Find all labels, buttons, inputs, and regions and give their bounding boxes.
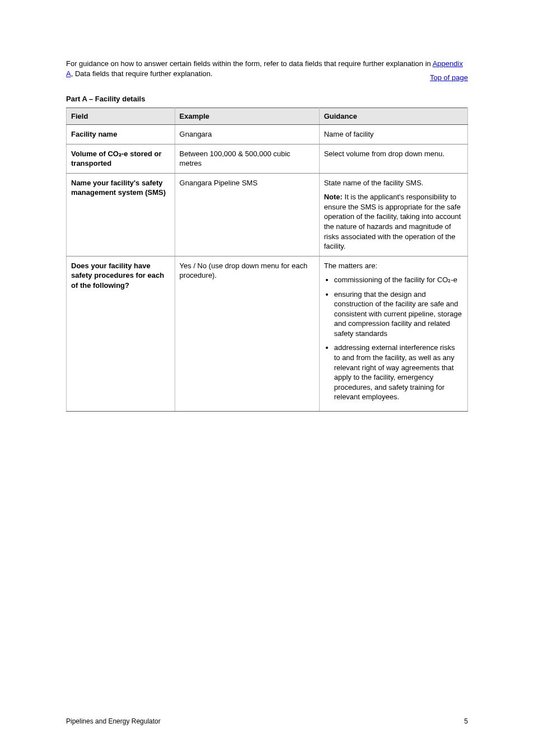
cell-guidance: Name of facility (319, 125, 467, 144)
page-footer: Pipelines and Energy Regulator 5 (66, 717, 468, 726)
table-row: Volume of CO₂-e stored or transported Be… (67, 144, 468, 173)
col-header-guidance: Guidance (319, 108, 467, 125)
list-item: addressing external interference risks t… (334, 343, 463, 402)
intro-text-after: , Data fields that require further expla… (71, 69, 213, 78)
facility-details-table: Field Example Guidance Facility name Gna… (66, 108, 468, 412)
table-row: Name your facility's safety management s… (67, 173, 468, 256)
note-label: Note: (324, 193, 343, 201)
note-text: It is the applicant's responsibility to … (324, 193, 461, 250)
cell-field: Does your facility have safety procedure… (67, 256, 175, 411)
list-item: ensuring that the design and constructio… (334, 290, 463, 339)
guidance-intro: The matters are: (324, 262, 377, 270)
footer-left: Pipelines and Energy Regulator (66, 717, 161, 726)
cell-field: Facility name (67, 125, 175, 144)
cell-example: Yes / No (use drop down menu for each pr… (175, 256, 319, 411)
table-row: Does your facility have safety procedure… (67, 256, 468, 411)
guidance-list: commissioning of the facility for CO₂-e … (324, 275, 463, 402)
footer-right: 5 (464, 717, 468, 726)
cell-example: Between 100,000 & 500,000 cubic metres (175, 144, 319, 173)
top-of-page-link[interactable]: Top of page (430, 73, 468, 83)
col-header-example: Example (175, 108, 319, 125)
cell-field: Volume of CO₂-e stored or transported (67, 144, 175, 173)
guidance-text: State name of the facility SMS. (324, 179, 424, 187)
cell-guidance: Select volume from drop down menu. (319, 144, 467, 173)
guidance-note: Note: It is the applicant's responsibili… (324, 192, 463, 251)
cell-example: Gnangara (175, 125, 319, 144)
intro-text-before: For guidance on how to answer certain fi… (66, 59, 433, 68)
cell-guidance: State name of the facility SMS. Note: It… (319, 173, 467, 256)
cell-field: Name your facility's safety management s… (67, 173, 175, 256)
col-header-field: Field (67, 108, 175, 125)
cell-example: Gnangara Pipeline SMS (175, 173, 319, 256)
table-row: Facility name Gnangara Name of facility (67, 125, 468, 144)
table-title: Part A – Facility details (66, 94, 468, 104)
intro-paragraph: For guidance on how to answer certain fi… (66, 59, 468, 78)
cell-guidance: The matters are: commissioning of the fa… (319, 256, 467, 411)
list-item: commissioning of the facility for CO₂-e (334, 275, 463, 285)
